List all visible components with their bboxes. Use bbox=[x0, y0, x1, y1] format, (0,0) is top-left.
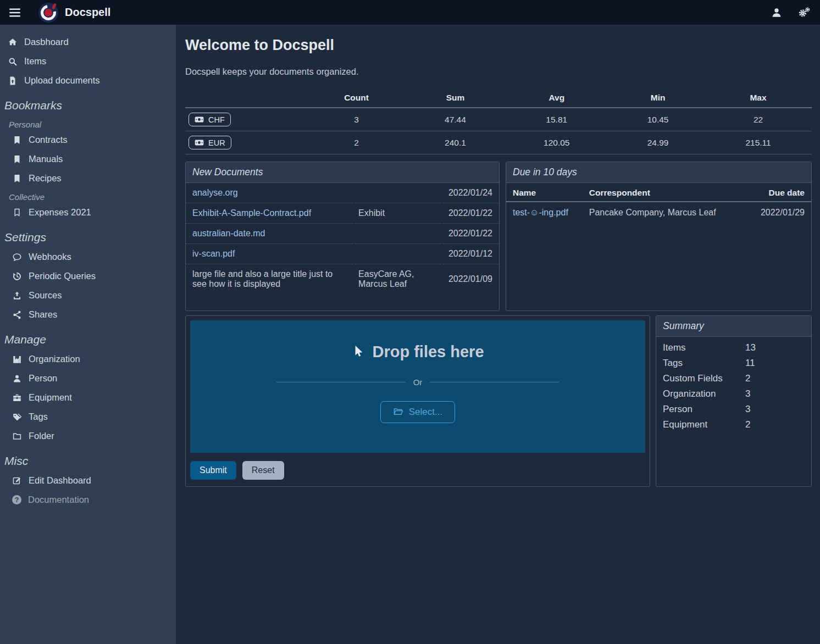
stats-header-sum: Sum bbox=[408, 90, 502, 108]
currency-badge-eur[interactable]: EUR bbox=[189, 136, 231, 149]
menu-bars-icon[interactable] bbox=[8, 5, 22, 20]
mouse-pointer-icon bbox=[351, 345, 365, 359]
doc-correspondent bbox=[352, 224, 440, 244]
sidebar-item-contracts[interactable]: Contracts bbox=[0, 130, 176, 149]
summary-row-tags: Tags 11 bbox=[656, 356, 811, 371]
summary-value: 2 bbox=[745, 373, 805, 384]
sidebar-item-items[interactable]: Items bbox=[0, 52, 176, 71]
sidebar-item-organization[interactable]: Organization bbox=[0, 349, 176, 369]
money-bill-icon bbox=[195, 115, 204, 124]
stats-header-count: Count bbox=[304, 90, 409, 108]
summary-value: 3 bbox=[745, 388, 805, 399]
summary-value: 11 bbox=[745, 358, 805, 369]
stat-max: 22 bbox=[705, 108, 812, 131]
due-panel-title: Due in 10 days bbox=[506, 162, 811, 183]
summary-label: Person bbox=[663, 404, 745, 415]
sidebar-item-label: Sources bbox=[29, 290, 62, 301]
summary-panel: Summary Items 13 Tags 11 Custom Fields 2 bbox=[656, 315, 812, 487]
cogs-icon[interactable] bbox=[798, 7, 810, 19]
stat-count: 2 bbox=[304, 131, 409, 154]
due-header-date: Due date bbox=[744, 184, 811, 202]
sidebar-item-documentation[interactable]: ? Documentation bbox=[0, 490, 176, 509]
drop-label: Drop files here bbox=[351, 343, 484, 361]
summary-row-custom-fields: Custom Fields 2 bbox=[656, 371, 811, 386]
or-label: Or bbox=[413, 377, 423, 387]
due-header-row: Name Correspondent Due date bbox=[506, 184, 811, 202]
sidebar-item-manuals[interactable]: Manuals bbox=[0, 149, 176, 169]
divider-line bbox=[276, 382, 405, 382]
doc-name-link[interactable]: australian-date.md bbox=[186, 224, 352, 244]
drop-label-text: Drop files here bbox=[372, 343, 484, 361]
stats-row-chf: CHF 3 47.44 15.81 10.45 22 bbox=[185, 108, 812, 131]
new-documents-panel: New Documents analyse.org 2022/01/24 Exh… bbox=[185, 162, 500, 311]
summary-row-items: Items 13 bbox=[656, 340, 811, 356]
page-title: Welcome to Docspell bbox=[185, 37, 812, 54]
stat-sum: 47.44 bbox=[408, 108, 502, 131]
table-row: iv-scan.pdf 2022/01/12 bbox=[186, 244, 499, 264]
sidebar-section-misc: Misc bbox=[0, 446, 176, 471]
sidebar-item-dashboard[interactable]: Dasbhoard bbox=[0, 32, 176, 52]
summary-value: 13 bbox=[745, 342, 805, 353]
stat-max: 215.11 bbox=[705, 131, 812, 154]
sidebar-item-sources[interactable]: Sources bbox=[0, 286, 176, 305]
doc-name-link[interactable]: iv-scan.pdf bbox=[186, 244, 352, 264]
doc-name-link[interactable]: large file and also a large title just t… bbox=[186, 264, 352, 295]
sidebar-item-edit-dashboard[interactable]: Edit Dashboard bbox=[0, 471, 176, 490]
select-files-button[interactable]: Select... bbox=[380, 401, 455, 423]
stat-min: 10.45 bbox=[611, 108, 705, 131]
sidebar-section-settings: Settings bbox=[0, 222, 176, 247]
doc-date: 2022/01/22 bbox=[440, 224, 499, 244]
question-circle-icon: ? bbox=[12, 495, 21, 504]
stat-sum: 240.1 bbox=[408, 131, 502, 154]
sidebar-item-upload-documents[interactable]: Upload documents bbox=[0, 71, 176, 90]
sidebar-item-recipes[interactable]: Recipes bbox=[0, 169, 176, 188]
person-icon bbox=[12, 374, 22, 384]
sidebar-item-folder[interactable]: Folder bbox=[0, 426, 176, 446]
stat-avg: 15.81 bbox=[502, 108, 611, 131]
stats-header-max: Max bbox=[705, 90, 812, 108]
history-icon bbox=[12, 271, 22, 281]
due-table: Name Correspondent Due date test-☺-ing.p… bbox=[506, 184, 811, 223]
sidebar-section-bookmarks: Bookmarks bbox=[0, 90, 176, 115]
sidebar-item-label: Organization bbox=[29, 354, 80, 364]
summary-label: Items bbox=[663, 342, 745, 353]
sidebar-item-label: Periodic Queries bbox=[29, 271, 96, 281]
sidebar-item-label: Contracts bbox=[29, 135, 68, 145]
sidebar-item-label: Items bbox=[24, 56, 46, 66]
sidebar-item-periodic-queries[interactable]: Periodic Queries bbox=[0, 267, 176, 286]
divider-line bbox=[430, 382, 558, 382]
sidebar-item-tags[interactable]: Tags bbox=[0, 407, 176, 426]
sidebar-item-expenses-2021[interactable]: Expenses 2021 bbox=[0, 203, 176, 222]
search-icon bbox=[8, 57, 18, 66]
doc-correspondent bbox=[352, 183, 440, 203]
sidebar-item-label: Shares bbox=[29, 309, 57, 320]
sidebar-item-shares[interactable]: Shares bbox=[0, 305, 176, 324]
home-icon bbox=[8, 37, 18, 47]
stat-count: 3 bbox=[304, 108, 409, 131]
sidebar-item-webhooks[interactable]: Webhooks bbox=[0, 247, 176, 267]
doc-name-link[interactable]: analyse.org bbox=[186, 183, 352, 203]
stats-header-avg: Avg bbox=[502, 90, 611, 108]
currency-badge-chf[interactable]: CHF bbox=[189, 113, 231, 126]
sidebar-item-person[interactable]: Person bbox=[0, 369, 176, 388]
sidebar-section-manage: Manage bbox=[0, 324, 176, 349]
doc-date: 2022/01/09 bbox=[440, 264, 499, 295]
user-icon[interactable] bbox=[771, 7, 783, 19]
doc-name-link[interactable]: Exhibit-A-Sample-Contract.pdf bbox=[186, 203, 352, 224]
upload-icon bbox=[12, 291, 22, 301]
doc-date: 2022/01/12 bbox=[440, 244, 499, 264]
doc-correspondent: EasyCare AG, Marcus Leaf bbox=[352, 264, 440, 295]
share-icon bbox=[12, 310, 22, 320]
file-drop-zone[interactable]: Drop files here Or Select... bbox=[190, 320, 645, 453]
submit-button[interactable]: Submit bbox=[190, 461, 236, 480]
select-files-label: Select... bbox=[409, 407, 442, 418]
table-row: test-☺-ing.pdf Pancake Company, Marcus L… bbox=[506, 202, 811, 223]
sidebar-item-label: Dasbhoard bbox=[24, 37, 69, 47]
doc-name-link[interactable]: test-☺-ing.pdf bbox=[506, 202, 583, 223]
stats-table: Count Sum Avg Min Max CHF 3 47. bbox=[185, 90, 812, 154]
summary-row-person: Person 3 bbox=[656, 402, 811, 417]
summary-value: 3 bbox=[745, 404, 805, 415]
sidebar-item-equipment[interactable]: Equipment bbox=[0, 388, 176, 407]
brand[interactable]: Docspell bbox=[38, 3, 110, 23]
reset-button[interactable]: Reset bbox=[242, 461, 284, 480]
